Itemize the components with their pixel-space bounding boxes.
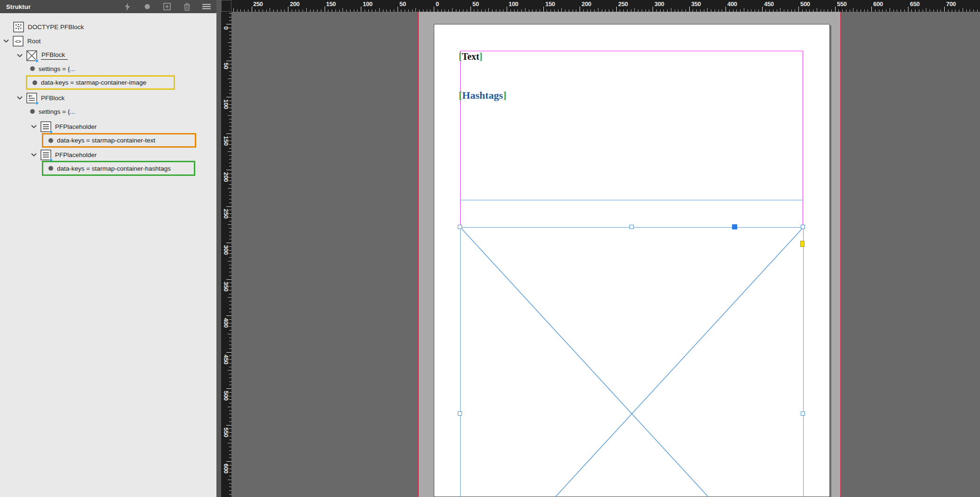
attribute-bullet-icon [30,109,35,114]
ruler-label: 50 [472,0,479,8]
panel-divider[interactable] [216,0,221,497]
chevron-down-icon[interactable] [17,54,23,57]
application-window: Struktur [0,0,980,497]
ruler-label: 0 [223,26,230,30]
ruler-label: 300 [223,245,230,255]
attribute-bullet-icon [32,80,37,85]
graphic-frame-icon [26,50,37,61]
tree-item-datakeys-image[interactable]: data-keys = starmap-container-image [26,75,175,90]
ruler-label: 100 [363,0,373,8]
ruler-label: 200 [223,172,230,182]
ruler-label: 450 [223,355,230,364]
ruler-label: 50 [223,63,230,69]
ruler-label: 250 [618,0,628,8]
ruler-label: 150 [545,0,555,8]
ruler-label: 150 [326,0,336,8]
tree-item-label: data-keys = starmap-container-image [41,79,146,86]
text-frame-icon [40,150,51,160]
ruler-label: 300 [654,0,664,8]
tree-item-label: PFPlaceholder [55,123,97,130]
ruler-label: 600 [223,464,230,473]
ruler-label: 500 [223,391,230,401]
tree-item-datakeys-text[interactable]: data-keys = starmap-container-text [42,133,196,148]
tree-item-label: settings = {... [39,65,75,72]
ruler-origin-box[interactable] [221,0,231,12]
structure-tree: DOCTYPE PFBlock <> Root [0,13,216,497]
flash-icon[interactable] [123,2,132,11]
root-element-icon: <> [13,36,24,47]
ruler-label: 650 [910,0,920,8]
handle-middle-left[interactable] [458,411,462,416]
tree-item-root[interactable]: <> Root [3,34,41,48]
tree-item-pfblock-text[interactable]: PFBlock [17,91,64,105]
tree-item-label: data-keys = starmap-container-hashtags [57,165,171,172]
ruler-label: 550 [223,427,230,437]
handle-solid-marker[interactable] [732,224,737,229]
tree-item-settings-1[interactable]: settings = {... [30,62,75,76]
tree-item-label: DOCTYPE PFBlock [28,24,84,31]
add-icon[interactable] [163,2,171,11]
ruler-label: 700 [946,0,956,8]
structure-panel: Struktur [0,0,216,497]
ruler-label: 500 [800,0,810,8]
chevron-down-icon[interactable] [3,39,9,43]
corner-editor-yellow-handle[interactable] [800,241,805,247]
handle-top-right[interactable] [801,225,805,229]
ruler-label: 600 [873,0,883,8]
ruler-label: 200 [582,0,591,8]
tree-item-label: Root [27,38,41,45]
ruler-label: 50 [399,0,406,8]
doctype-icon [13,22,24,32]
tag-close-bracket: ] [503,89,506,101]
empty-frame-x [460,227,804,497]
bleed-guide-left[interactable] [418,12,419,497]
tag-open-bracket: [ [459,51,462,62]
handle-middle-right[interactable] [801,411,805,416]
handle-top-center[interactable] [629,225,634,229]
menu-icon[interactable] [202,2,211,11]
handle-top-left[interactable] [458,225,462,229]
ruler-label: 150 [223,136,230,146]
chevron-down-icon[interactable] [31,125,37,128]
tree-item-label: PFBlock [41,51,68,60]
tree-item-doctype[interactable]: DOCTYPE PFBlock [13,20,84,34]
panel-title: Struktur [6,3,31,10]
attribute-bullet-icon [48,138,53,143]
tree-item-pfplaceholder-hashtags[interactable]: PFPlaceholder [31,148,97,162]
hashtags-placeholder-label: Hashtags [462,89,503,101]
hashtags-placeholder[interactable]: [Hashtags] [459,89,506,102]
ruler-label: 250 [253,0,263,8]
tree-item-pfblock-image[interactable]: PFBlock [17,48,68,63]
text-placeholder[interactable]: [Text] [459,51,482,62]
ruler-label: 200 [290,0,300,8]
text-frame-bottom-edge[interactable] [460,200,803,200]
trash-icon[interactable] [183,2,191,11]
ruler-label: 400 [223,318,230,328]
ruler-label: 100 [223,99,230,109]
tree-item-label: data-keys = starmap-container-text [57,137,155,144]
text-placeholder-label: Text [462,51,479,62]
ruler-label: 350 [223,282,230,292]
tree-item-label: PFPlaceholder [55,151,97,158]
svg-text:<>: <> [15,38,21,44]
tag-close-bracket: ] [479,51,483,62]
attribute-bullet-icon [30,66,35,71]
tree-item-settings-2[interactable]: settings = {... [30,104,75,118]
ruler-label: 250 [223,209,230,219]
tree-item-datakeys-hashtags[interactable]: data-keys = starmap-container-hashtags [42,161,195,176]
ruler-label: 350 [691,0,701,8]
ruler-label: 100 [509,0,518,8]
chevron-down-icon[interactable] [17,96,23,100]
record-icon[interactable] [143,2,151,11]
horizontal-ruler[interactable]: 2502001501005005010015020025030035040045… [231,0,980,12]
tree-item-label: settings = {... [39,108,75,115]
vertical-ruler[interactable]: 050100150200250300350400450500550600 [221,12,231,497]
chevron-down-icon[interactable] [31,153,37,157]
ruler-label: 400 [727,0,737,8]
story-icon [26,93,37,103]
tree-item-label: PFBlock [41,95,64,102]
tree-item-pfplaceholder-text[interactable]: PFPlaceholder [31,119,97,134]
text-frame-icon [40,121,51,132]
bleed-guide-right[interactable] [840,12,841,497]
document-canvas[interactable]: [Text] [Hashtags] [231,12,980,497]
